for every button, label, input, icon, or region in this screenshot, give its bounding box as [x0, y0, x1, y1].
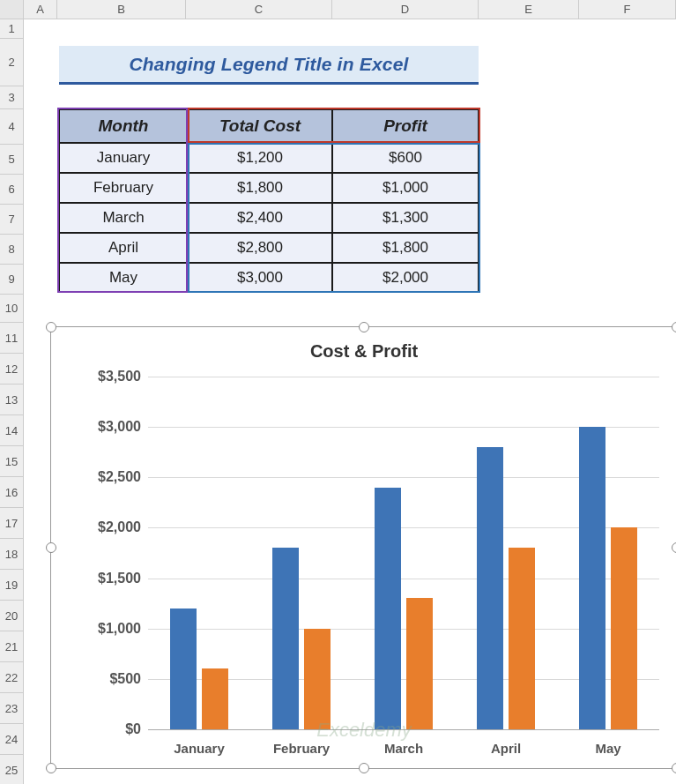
chart-y-label: $0 — [78, 721, 141, 737]
header-cost[interactable]: Total Cost — [188, 109, 332, 143]
cell-cost[interactable]: $2,800 — [188, 233, 332, 263]
chart-y-label: $3,500 — [78, 369, 141, 385]
row-9[interactable]: 9 — [0, 265, 23, 295]
chart-bar-cost[interactable] — [579, 427, 605, 729]
cell-month[interactable]: January — [59, 143, 188, 173]
header-profit[interactable]: Profit — [332, 109, 479, 143]
row-3[interactable]: 3 — [0, 86, 23, 109]
header-month[interactable]: Month — [59, 109, 188, 143]
chart-y-label: $1,000 — [78, 621, 141, 637]
row-11[interactable]: 11 — [0, 323, 23, 354]
cell-month[interactable]: March — [59, 203, 188, 233]
chart-bar-profit[interactable] — [406, 598, 433, 729]
chart-bars: JanuaryFebruaryMarchAprilMay — [148, 377, 659, 729]
row-10[interactable]: 10 — [0, 295, 23, 323]
chart-bar-profit[interactable] — [611, 527, 637, 729]
resize-handle[interactable] — [46, 763, 56, 773]
row-4[interactable]: 4 — [0, 109, 23, 145]
row-7[interactable]: 7 — [0, 205, 23, 235]
chart-x-label: May — [557, 741, 659, 756]
cell-profit[interactable]: $1,000 — [332, 173, 479, 203]
resize-handle[interactable] — [672, 763, 676, 773]
chart-plot-area[interactable]: $0$500$1,000$1,500$2,000$2,500$3,000$3,5… — [78, 377, 659, 729]
chart-bar-cost[interactable] — [272, 548, 299, 729]
chart-y-label: $2,000 — [78, 519, 141, 535]
row-25[interactable]: 25 — [0, 755, 23, 784]
chart-bar-group: April — [455, 377, 557, 729]
col-A[interactable]: A — [24, 0, 57, 19]
row-2[interactable]: 2 — [0, 39, 23, 86]
chart-gridline — [148, 729, 659, 730]
chart-x-label: January — [148, 741, 250, 756]
row-16[interactable]: 16 — [0, 477, 23, 508]
row-17[interactable]: 17 — [0, 508, 23, 539]
select-all-corner[interactable] — [0, 0, 24, 19]
chart-object[interactable]: Cost & Profit $0$500$1,000$1,500$2,000$2… — [50, 326, 676, 769]
row-18[interactable]: 18 — [0, 539, 23, 570]
chart-bar-cost[interactable] — [477, 447, 503, 729]
row-21[interactable]: 21 — [0, 631, 23, 662]
resize-handle[interactable] — [46, 322, 56, 332]
cell-cost[interactable]: $2,400 — [188, 203, 332, 233]
cell-cost[interactable]: $1,200 — [188, 143, 332, 173]
row-6[interactable]: 6 — [0, 175, 23, 205]
chart-title[interactable]: Cost & Profit — [51, 327, 676, 367]
column-headers[interactable]: A B C D E F — [0, 0, 676, 19]
row-5[interactable]: 5 — [0, 145, 23, 175]
page-title-text: Changing Legend Title in Excel — [129, 54, 408, 75]
chart-bar-profit[interactable] — [509, 548, 535, 729]
cell-profit[interactable]: $600 — [332, 143, 479, 173]
row-15[interactable]: 15 — [0, 446, 23, 477]
data-table[interactable]: Month Total Cost Profit January$1,200$60… — [59, 109, 479, 293]
row-12[interactable]: 12 — [0, 354, 23, 385]
chart-bar-profit[interactable] — [304, 629, 331, 729]
chart-bar-group: May — [557, 377, 659, 729]
resize-handle[interactable] — [672, 322, 676, 332]
chart-bar-group: March — [353, 377, 455, 729]
cell-profit[interactable]: $1,300 — [332, 203, 479, 233]
chart-bar-cost[interactable] — [170, 609, 197, 729]
row-1[interactable]: 1 — [0, 19, 23, 39]
chart-x-label: February — [250, 741, 353, 756]
chart-x-label: April — [455, 741, 557, 756]
cell-profit[interactable]: $2,000 — [332, 263, 479, 293]
page-title: Changing Legend Title in Excel — [59, 46, 479, 85]
col-B[interactable]: B — [57, 0, 186, 19]
cell-month[interactable]: April — [59, 233, 188, 263]
row-19[interactable]: 19 — [0, 570, 23, 601]
resize-handle[interactable] — [46, 542, 56, 553]
col-F[interactable]: F — [579, 0, 676, 19]
cell-profit[interactable]: $1,800 — [332, 233, 479, 263]
resize-handle[interactable] — [359, 322, 369, 332]
chart-y-label: $1,500 — [78, 571, 141, 586]
chart-x-label: March — [353, 741, 455, 756]
row-24[interactable]: 24 — [0, 724, 23, 755]
row-23[interactable]: 23 — [0, 693, 23, 724]
col-E[interactable]: E — [479, 0, 579, 19]
chart-y-label: $500 — [78, 671, 141, 687]
col-C[interactable]: C — [186, 0, 332, 19]
resize-handle[interactable] — [359, 763, 369, 773]
row-20[interactable]: 20 — [0, 601, 23, 631]
chart-y-label: $3,000 — [78, 419, 141, 435]
cell-cost[interactable]: $1,800 — [188, 173, 332, 203]
col-D[interactable]: D — [332, 0, 479, 19]
cell-cost[interactable]: $3,000 — [188, 263, 332, 293]
row-13[interactable]: 13 — [0, 385, 23, 415]
row-headers[interactable]: 1 2 3 4 5 6 7 8 9 10 11 12 13 14 15 16 1… — [0, 19, 24, 784]
row-14[interactable]: 14 — [0, 415, 23, 446]
chart-bar-profit[interactable] — [202, 668, 228, 729]
resize-handle[interactable] — [672, 542, 676, 553]
chart-bar-cost[interactable] — [375, 488, 401, 729]
chart-y-label: $2,500 — [78, 469, 141, 485]
cell-month[interactable]: February — [59, 173, 188, 203]
chart-bar-group: January — [148, 377, 250, 729]
row-8[interactable]: 8 — [0, 235, 23, 265]
chart-bar-group: February — [250, 377, 353, 729]
row-22[interactable]: 22 — [0, 662, 23, 693]
cell-month[interactable]: May — [59, 263, 188, 293]
